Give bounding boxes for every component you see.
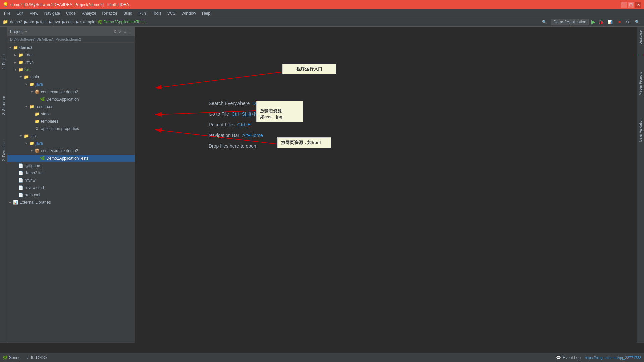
menu-help[interactable]: Help bbox=[199, 10, 213, 16]
tree-label-app-tests: Demo2ApplicationTests bbox=[46, 156, 88, 161]
bottom-event-log[interactable]: 💬 Event Log bbox=[556, 355, 581, 360]
stop-button[interactable]: ■ bbox=[617, 19, 622, 25]
app-icon: 💡 bbox=[3, 2, 8, 7]
project-sidebar-label[interactable]: 1: Project bbox=[2, 54, 6, 69]
menu-bar: File Edit View Navigate Code Analyze Ref… bbox=[0, 9, 644, 17]
minimize-button[interactable]: — bbox=[621, 2, 627, 8]
bottom-right: 💬 Event Log https://blog.csdn.net/qq_227… bbox=[556, 355, 641, 360]
tree-item-pom[interactable]: 📄 pom.xml bbox=[7, 191, 135, 199]
menu-edit[interactable]: Edit bbox=[14, 10, 26, 16]
right-sidebar-bean[interactable]: Bean Validation bbox=[639, 119, 642, 142]
tree-item-resources[interactable]: ▼ 📁 resources bbox=[7, 103, 135, 110]
right-sidebar-maven[interactable]: Maven Projects bbox=[639, 72, 642, 95]
tree-item-pkg-test[interactable]: ▼ 📦 com.example.demo2 bbox=[7, 147, 135, 155]
toolbar-demo2[interactable]: demo2 bbox=[10, 20, 22, 24]
menu-vcs[interactable]: VCS bbox=[165, 10, 178, 16]
tree-label-mvnw: mvnw bbox=[25, 178, 35, 183]
svg-line-1 bbox=[155, 72, 282, 88]
tree-label-ext-lib: External Libraries bbox=[19, 200, 51, 205]
right-sidebar-database[interactable]: Database bbox=[639, 30, 642, 45]
tree-item-mvnw[interactable]: 📄 mvnw bbox=[7, 177, 135, 184]
menu-build[interactable]: Build bbox=[121, 10, 135, 16]
settings-button[interactable]: ⚙ bbox=[625, 19, 631, 25]
menu-analyze[interactable]: Analyze bbox=[79, 10, 99, 16]
tree-label-src: src bbox=[25, 67, 30, 72]
project-panel-title: Project bbox=[10, 29, 22, 34]
tree-item-src[interactable]: ▼ 📁 src bbox=[7, 66, 135, 73]
toolbar-com[interactable]: ▶ com bbox=[62, 20, 74, 24]
arrow-pom bbox=[14, 193, 18, 197]
maximize-button[interactable]: ❐ bbox=[628, 2, 634, 8]
annotation-program-entry: 程序运行入口 bbox=[282, 64, 336, 74]
panel-settings-icon[interactable]: ⚙ bbox=[113, 29, 117, 34]
folder-icon-resources: 📁 bbox=[29, 104, 34, 109]
favorites-sidebar-label[interactable]: 2: Favorites bbox=[2, 142, 6, 161]
tree-item-java-test[interactable]: ▼ 📁 java bbox=[7, 140, 135, 147]
menu-window[interactable]: Window bbox=[179, 10, 199, 16]
tree-label-static: static bbox=[41, 112, 50, 116]
hint-search-label: Search Everywhere bbox=[209, 101, 250, 106]
panel-gear-icon[interactable]: ≡ bbox=[124, 29, 126, 34]
hint-nav-key: Alt+Home bbox=[242, 133, 263, 138]
bottom-spring[interactable]: 🌿 Spring bbox=[3, 355, 21, 360]
tree-item-app-tests[interactable]: 🌿 Demo2ApplicationTests bbox=[7, 155, 135, 162]
menu-tools[interactable]: Tools bbox=[149, 10, 164, 16]
annotation-web-resources: 放网页资源，如html bbox=[277, 137, 331, 148]
toolbar-src[interactable]: ▶ src bbox=[24, 20, 34, 24]
tree-item-demo2[interactable]: ▼ 📁 demo2 bbox=[7, 44, 135, 51]
structure-sidebar-label[interactable]: 2: Structure bbox=[2, 96, 6, 115]
tree-item-gitignore[interactable]: 📄 .gitignore bbox=[7, 162, 135, 169]
hint-nav-bar: Navigation Bar Alt+Home bbox=[209, 133, 278, 138]
toolbar-example[interactable]: ▶ example bbox=[76, 20, 95, 24]
title-bar-controls[interactable]: — ❐ ✕ bbox=[621, 2, 641, 8]
panel-expand-icon[interactable]: ⤢ bbox=[119, 29, 122, 34]
menu-navigate[interactable]: Navigate bbox=[42, 10, 63, 16]
menu-refactor[interactable]: Refactor bbox=[100, 10, 120, 16]
hint-drop-files: Drop files here to open bbox=[209, 143, 278, 149]
menu-code[interactable]: Code bbox=[63, 10, 78, 16]
tree-item-java-main[interactable]: ▼ 📁 java bbox=[7, 81, 135, 88]
bottom-todo[interactable]: ✓ 6: TODO bbox=[26, 355, 47, 360]
tree-item-main[interactable]: ▼ 📁 main bbox=[7, 73, 135, 81]
folder-icon-demo2: 📁 bbox=[13, 45, 18, 50]
tree-item-mvn[interactable]: ▶ 📁 .mvn bbox=[7, 59, 135, 66]
panel-close-icon[interactable]: ✕ bbox=[128, 29, 132, 34]
project-dropdown-icon[interactable]: ▼ bbox=[24, 29, 28, 33]
tree-item-mvnwcmd[interactable]: 📄 mvnw.cmd bbox=[7, 184, 135, 191]
tree-item-idea[interactable]: ▶ 📁 .idea bbox=[7, 51, 135, 59]
window-title: demo2 [D:\MySoftware\IDEA\IDEA_Projects\… bbox=[10, 2, 129, 7]
tree-item-static[interactable]: 📁 static bbox=[7, 110, 135, 118]
toolbar-tests[interactable]: 🌿 Demo2ApplicationTests bbox=[97, 20, 146, 24]
tree-item-app[interactable]: 🌿 Demo2Application bbox=[7, 96, 135, 103]
package-icon: 📦 bbox=[34, 89, 40, 95]
search-button[interactable]: 🔍 bbox=[634, 19, 641, 25]
tree-item-pkg[interactable]: ▼ 📦 com.example.demo2 bbox=[7, 88, 135, 96]
search-everywhere-icon[interactable]: 🔍 bbox=[541, 19, 548, 25]
tree-item-test[interactable]: ▼ 📁 test bbox=[7, 132, 135, 140]
toolbar-java[interactable]: ▶ java bbox=[49, 20, 60, 24]
tree-label-java-main: java bbox=[36, 82, 43, 87]
run-button[interactable]: ▶ bbox=[591, 19, 595, 25]
menu-run[interactable]: Run bbox=[136, 10, 149, 16]
debug-button[interactable]: 🐞 bbox=[598, 19, 604, 25]
profile-button[interactable]: 📊 bbox=[606, 19, 614, 25]
menu-view[interactable]: View bbox=[27, 10, 41, 16]
tree-item-properties[interactable]: ⚙ application.properties bbox=[7, 125, 135, 132]
arrow-test: ▼ bbox=[19, 134, 23, 138]
tree-item-templates[interactable]: 📁 templates bbox=[7, 118, 135, 125]
panel-controls: ⚙ ⤢ ≡ ✕ bbox=[113, 29, 132, 34]
toolbar: 📁 demo2 ▶ src ▶ test ▶ java ▶ com ▶ exam… bbox=[0, 17, 644, 27]
arrow-app bbox=[36, 98, 40, 101]
run-config-label[interactable]: Demo2Application bbox=[551, 19, 588, 25]
tree-label-templates: templates bbox=[41, 119, 58, 124]
bottom-url: https://blog.csdn.net/qq_22771738 bbox=[585, 356, 641, 360]
tree-item-ext-lib[interactable]: ▶ 📊 External Libraries bbox=[7, 199, 135, 206]
package-icon-test: 📦 bbox=[34, 148, 40, 154]
tree-label-pkg: com.example.demo2 bbox=[41, 89, 78, 94]
arrow-resources: ▼ bbox=[25, 105, 29, 108]
left-sidebar: 1: Project 2: Structure 2: Favorites bbox=[0, 27, 7, 343]
toolbar-test[interactable]: ▶ test bbox=[36, 20, 47, 24]
menu-file[interactable]: File bbox=[1, 10, 13, 16]
close-button[interactable]: ✕ bbox=[635, 2, 641, 8]
tree-item-iml[interactable]: 📄 demo2.iml bbox=[7, 169, 135, 177]
